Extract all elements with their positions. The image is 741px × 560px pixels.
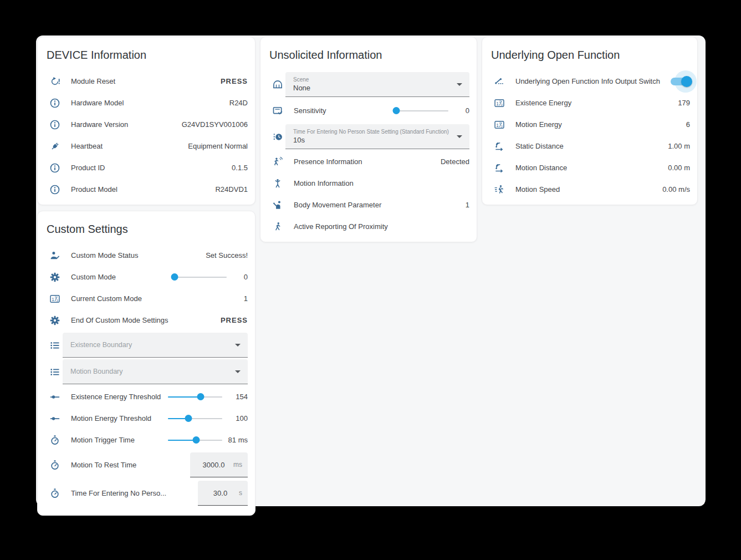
row-value: 1 <box>244 294 248 303</box>
list-icon <box>49 340 60 351</box>
row-value: Equipment Normal <box>188 142 248 150</box>
row-current-custom-mode: 123 Current Custom Mode 1 <box>38 288 255 309</box>
row-value: R24DVD1 <box>215 185 248 194</box>
row-static-distance: Static Distance 1.00 m <box>482 135 697 157</box>
row-existence-boundary: Existence Boundary <box>38 333 255 358</box>
toggle-thumb[interactable] <box>681 76 692 87</box>
end-custom-mode-press-button[interactable]: PRESS <box>221 316 248 324</box>
unit-label: ms <box>233 461 242 469</box>
row-label: Active Reporting Of Proximity <box>294 222 469 231</box>
row-label: Motion Distance <box>515 164 668 172</box>
module-reset-press-button[interactable]: PRESS <box>221 77 248 85</box>
motion-to-rest-time-input-box[interactable]: ms <box>190 452 248 477</box>
row-label: Existence Energy Threshold <box>71 393 168 401</box>
slider-thumb[interactable] <box>192 436 200 444</box>
row-motion-trigger-time: Motion Trigger Time 81 ms <box>38 429 255 451</box>
sensitivity-slider[interactable] <box>394 106 448 115</box>
person-check-icon <box>49 250 60 261</box>
distance-signal-icon <box>494 162 505 174</box>
row-custom-mode: Custom Mode 0 <box>38 266 255 288</box>
scene-select[interactable]: Scene None <box>285 72 469 97</box>
svg-text:1: 1 <box>52 296 54 302</box>
row-value: 179 <box>678 99 690 107</box>
row-heartbeat: Heartbeat Equipment Normal <box>38 135 255 157</box>
row-label: Motion Information <box>294 179 469 188</box>
unsolicited-card-title: Unsolicited Information <box>260 37 477 70</box>
no-person-time-input[interactable] <box>203 489 237 497</box>
presence-walk-icon <box>272 156 283 167</box>
slider-thumb[interactable] <box>197 393 204 400</box>
row-label: Module Reset <box>71 77 221 86</box>
existence-energy-threshold-slider[interactable] <box>168 393 222 401</box>
svg-text:1: 1 <box>496 100 499 106</box>
switch-lever-icon <box>494 76 505 87</box>
chevron-down-icon <box>235 370 241 373</box>
row-value: 6 <box>686 120 690 129</box>
app-content: DEVICE Information Module Reset PRESS Ha… <box>36 35 706 506</box>
numbers-icon: 123 <box>494 119 505 130</box>
row-label: Product Model <box>71 185 215 194</box>
row-label: Body Movement Parameter <box>294 201 466 210</box>
row-label: Presence Information <box>294 157 441 166</box>
row-label: Motion To Rest Time <box>71 461 190 470</box>
list-icon <box>49 366 60 378</box>
row-hardware-version: Hardware Version G24VD1SYV001006 <box>38 114 255 135</box>
custom-settings-card: Custom Settings Custom Mode Status Set S… <box>37 211 255 516</box>
no-person-time-input-box[interactable]: s <box>198 481 248 506</box>
slider-adjust-icon <box>49 391 60 403</box>
slider-thumb[interactable] <box>185 415 192 422</box>
info-icon <box>49 162 60 174</box>
row-value: 0.00 m <box>668 164 690 172</box>
select-label: Time For Entering No Person State Settin… <box>293 128 451 135</box>
motion-trigger-time-slider[interactable] <box>168 436 222 444</box>
slider-thumb[interactable] <box>171 273 178 281</box>
svg-text:3: 3 <box>501 124 503 128</box>
unsolicited-info-card: Unsolicited Information Scene None <box>260 37 477 242</box>
row-label: Current Custom Mode <box>71 294 244 303</box>
motion-speed-icon <box>494 184 505 195</box>
slider-thumb[interactable] <box>392 107 400 114</box>
row-label: End Of Custom Mode Settings <box>71 316 221 325</box>
svg-text:3: 3 <box>57 298 58 302</box>
clock-icon <box>272 131 283 142</box>
row-label: Hardware Model <box>71 99 229 108</box>
slider-fill <box>168 440 196 441</box>
row-output-switch: Underlying Open Function Info Output Swi… <box>482 70 697 92</box>
row-value: 1 <box>466 201 469 209</box>
row-value: 1.00 m <box>668 142 690 150</box>
slider-adjust-icon <box>49 413 60 424</box>
row-label: Existence Energy <box>515 99 678 108</box>
motion-energy-threshold-slider[interactable] <box>168 414 222 422</box>
select-placeholder: Existence Boundary <box>70 340 229 349</box>
row-body-movement-parameter: Body Movement Parameter 1 <box>260 194 477 216</box>
motion-to-rest-time-input[interactable] <box>196 461 232 469</box>
info-icon <box>49 119 60 130</box>
row-motion-to-rest-time: Motion To Rest Time ms <box>38 451 255 479</box>
custom-mode-slider[interactable] <box>172 273 227 281</box>
select-value: 10s <box>293 135 451 145</box>
row-value: R24D <box>229 99 248 107</box>
row-label: Time For Entering No Perso... <box>71 489 198 498</box>
open-function-card-title: Underlying Open Function <box>482 37 697 70</box>
row-value: Set Success! <box>206 251 248 259</box>
select-placeholder: Motion Boundary <box>70 367 229 376</box>
gear-icon <box>49 315 60 326</box>
walking-person-icon <box>272 221 283 232</box>
motion-boundary-select[interactable]: Motion Boundary <box>63 359 248 384</box>
existence-boundary-select[interactable]: Existence Boundary <box>63 333 248 358</box>
numbers-icon: 123 <box>49 293 60 304</box>
output-switch-toggle[interactable] <box>670 76 691 87</box>
row-motion-energy-threshold: Motion Energy Threshold 100 <box>38 408 255 429</box>
gear-icon <box>49 272 60 283</box>
checklist-icon <box>272 105 283 116</box>
info-icon <box>49 184 60 195</box>
slider-track <box>394 110 448 112</box>
row-module-reset: Module Reset PRESS <box>38 70 255 92</box>
device-card-title: DEVICE Information <box>38 37 255 70</box>
no-person-state-select[interactable]: Time For Entering No Person State Settin… <box>285 124 469 149</box>
row-motion-speed: Motion Speed 0.00 m/s <box>482 179 697 200</box>
unit-label: s <box>239 489 242 497</box>
row-hardware-model: Hardware Model R24D <box>38 92 255 114</box>
row-label: Custom Mode <box>71 273 172 282</box>
row-label: Heartbeat <box>71 142 188 151</box>
